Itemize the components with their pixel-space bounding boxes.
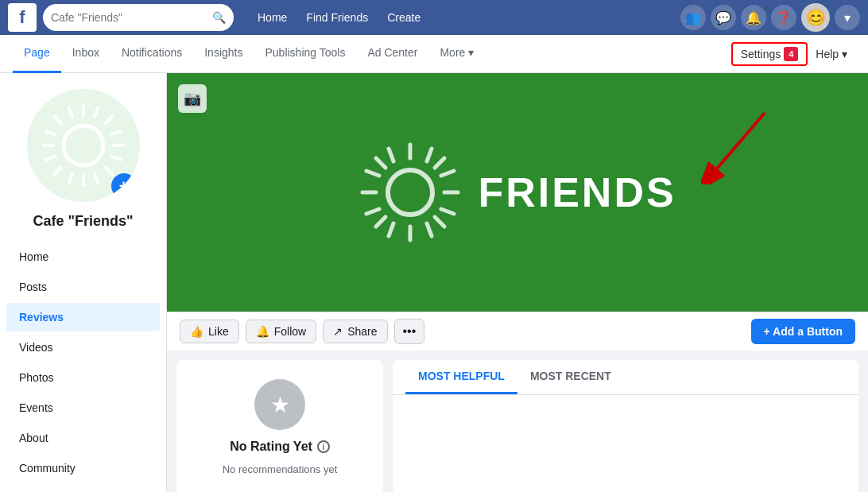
svg-point-17 xyxy=(388,170,432,215)
tab-most-recent[interactable]: MOST RECENT xyxy=(517,360,624,394)
svg-line-15 xyxy=(95,108,98,117)
nav-links: Home Find Friends Create xyxy=(250,6,428,29)
sidebar-item-posts[interactable]: Posts xyxy=(6,273,160,301)
follow-button[interactable]: 🔔 Follow xyxy=(246,320,316,343)
rating-box: ★ No Rating Yet i No recommendations yet xyxy=(176,360,383,492)
svg-line-5 xyxy=(55,117,61,123)
rating-star-icon: ★ xyxy=(270,392,290,418)
svg-line-9 xyxy=(69,108,72,117)
svg-line-33 xyxy=(389,223,393,236)
svg-line-24 xyxy=(435,158,444,168)
notifications-icon[interactable]: 🔔 xyxy=(741,5,766,30)
follow-icon: 🔔 xyxy=(256,325,269,338)
action-bar: 👍 Like 🔔 Follow ↗ Share ••• + Add a Butt… xyxy=(167,312,868,351)
avatar[interactable]: 😊 xyxy=(801,3,830,32)
svg-point-0 xyxy=(64,126,103,165)
svg-line-8 xyxy=(55,168,61,174)
thumbs-up-icon: 👍 xyxy=(190,325,203,338)
nav-create[interactable]: Create xyxy=(379,6,428,29)
follow-label: Follow xyxy=(274,325,306,338)
cover-logo: FRIENDS xyxy=(358,141,676,244)
nav-home[interactable]: Home xyxy=(250,6,295,29)
share-button[interactable]: ↗ Share xyxy=(323,320,387,343)
like-button[interactable]: 👍 Like xyxy=(180,320,239,343)
rating-value: No Rating Yet xyxy=(230,440,312,454)
tab-inbox[interactable]: Inbox xyxy=(61,35,110,73)
tab-publishing-tools[interactable]: Publishing Tools xyxy=(254,35,356,73)
svg-line-10 xyxy=(95,174,98,183)
cover-sun-svg xyxy=(358,141,462,244)
svg-line-23 xyxy=(435,217,444,227)
tab-page[interactable]: Page xyxy=(13,35,61,73)
svg-line-27 xyxy=(427,223,432,236)
tab-notifications[interactable]: Notifications xyxy=(110,35,193,73)
svg-line-7 xyxy=(106,117,112,123)
settings-arrow-annotation xyxy=(701,105,796,187)
help-button[interactable]: Help ▾ xyxy=(808,45,855,64)
reviews-section: ★ No Rating Yet i No recommendations yet… xyxy=(167,351,868,492)
svg-line-14 xyxy=(46,157,55,160)
sidebar-item-community[interactable]: Community xyxy=(6,454,160,482)
top-navigation: f 🔍 Home Find Friends Create 👥 💬 🔔 ❓ 😊 ▾ xyxy=(0,0,868,35)
svg-line-29 xyxy=(441,209,454,214)
svg-line-32 xyxy=(427,149,432,161)
svg-line-25 xyxy=(376,217,386,227)
svg-line-30 xyxy=(441,171,454,176)
people-icon[interactable]: 👥 xyxy=(680,5,706,30)
share-icon: ↗ xyxy=(333,325,343,338)
tab-insights[interactable]: Insights xyxy=(193,35,254,73)
page-tab-bar: Page Inbox Notifications Insights Publis… xyxy=(0,35,868,73)
settings-badge: 4 xyxy=(784,47,798,61)
add-photo-button[interactable]: + xyxy=(111,173,137,199)
more-actions-button[interactable]: ••• xyxy=(394,319,425,344)
tab-ad-center[interactable]: Ad Center xyxy=(356,35,428,73)
svg-line-28 xyxy=(366,171,379,176)
page-name: Cafe "Friends" xyxy=(33,213,133,230)
rating-icon: ★ xyxy=(254,379,305,430)
add-button-cta[interactable]: + Add a Button xyxy=(751,319,855,344)
sidebar: + Cafe "Friends" Home Posts Reviews Vide… xyxy=(0,73,167,492)
cover-photo: 📷 xyxy=(167,73,868,312)
sidebar-item-events[interactable]: Events xyxy=(6,393,160,422)
reviews-tabs-container: MOST HELPFUL MOST RECENT xyxy=(393,360,858,492)
sidebar-item-photos[interactable]: Photos xyxy=(6,363,160,392)
settings-label: Settings xyxy=(741,48,781,60)
search-bar[interactable]: 🔍 xyxy=(43,4,234,31)
cover-camera-icon[interactable]: 📷 xyxy=(178,84,207,113)
reviews-tabs: MOST HELPFUL MOST RECENT xyxy=(393,360,858,395)
settings-button[interactable]: Settings 4 xyxy=(731,42,808,66)
svg-line-6 xyxy=(106,168,112,174)
search-icon: 🔍 xyxy=(212,11,226,24)
svg-line-35 xyxy=(717,113,765,169)
svg-line-13 xyxy=(112,131,121,134)
page-profile-pic: + xyxy=(24,86,143,205)
chevron-down-icon[interactable]: ▾ xyxy=(835,5,860,30)
svg-line-26 xyxy=(389,149,393,161)
info-icon: i xyxy=(317,440,330,453)
sidebar-item-videos[interactable]: Videos xyxy=(6,333,160,362)
svg-line-31 xyxy=(366,209,379,214)
svg-line-22 xyxy=(376,158,386,168)
page-avatar-container: + Cafe "Friends" xyxy=(0,86,166,242)
friends-brand-text: FRIENDS xyxy=(478,169,676,216)
like-label: Like xyxy=(208,325,229,338)
messenger-icon[interactable]: 💬 xyxy=(711,5,736,30)
sidebar-item-reviews[interactable]: Reviews xyxy=(6,303,160,331)
sidebar-item-about[interactable]: About xyxy=(6,424,160,452)
tab-more[interactable]: More ▾ xyxy=(428,35,485,73)
nav-find-friends[interactable]: Find Friends xyxy=(298,6,376,29)
main-content: + Cafe "Friends" Home Posts Reviews Vide… xyxy=(0,73,868,492)
sidebar-item-groups[interactable]: Groups xyxy=(6,484,160,492)
svg-line-11 xyxy=(46,131,55,134)
facebook-logo[interactable]: f xyxy=(8,3,37,32)
help-icon[interactable]: ❓ xyxy=(771,5,796,30)
search-input[interactable] xyxy=(51,11,209,24)
nav-icons: 👥 💬 🔔 ❓ 😊 ▾ xyxy=(680,3,860,32)
no-recommendations-text: No recommendations yet xyxy=(223,463,338,475)
page-content: 📷 xyxy=(167,73,868,492)
sidebar-nav: Home Posts Reviews Videos Photos Events … xyxy=(0,242,166,492)
svg-line-12 xyxy=(112,157,121,160)
rating-text: No Rating Yet i xyxy=(230,440,330,454)
sidebar-item-home[interactable]: Home xyxy=(6,242,160,271)
tab-most-helpful[interactable]: MOST HELPFUL xyxy=(405,360,517,394)
